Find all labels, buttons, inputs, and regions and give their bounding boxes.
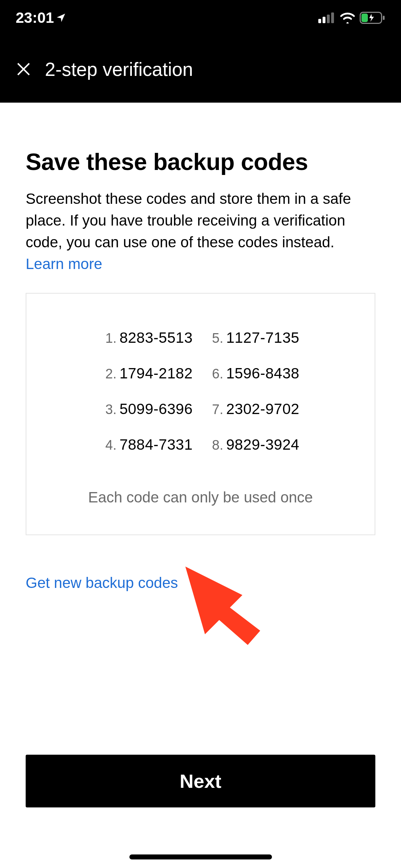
code-index: 1.	[102, 331, 117, 346]
close-button[interactable]	[11, 56, 36, 82]
location-icon	[56, 13, 66, 23]
svg-rect-6	[361, 14, 368, 22]
code-index: 3.	[102, 402, 117, 417]
code-value: 9829-3924	[226, 436, 299, 453]
codes-column-right: 5.1127-7135 6.1596-8438 7.2302-9702 8.98…	[209, 329, 299, 453]
svg-rect-1	[323, 17, 325, 23]
code-index: 2.	[102, 366, 117, 382]
code-index: 6.	[209, 366, 223, 382]
status-bar: 23:01	[0, 0, 401, 36]
status-time-group: 23:01	[16, 9, 66, 26]
learn-more-link[interactable]: Learn more	[26, 255, 102, 272]
svg-rect-3	[331, 12, 334, 23]
code-index: 4.	[102, 438, 117, 453]
backup-code-item: 5.1127-7135	[209, 329, 299, 346]
page-description: Screenshot these codes and store them in…	[26, 188, 375, 275]
code-value: 1596-8438	[226, 365, 299, 382]
codes-column-left: 1.8283-5513 2.1794-2182 3.5099-6396 4.78…	[102, 329, 192, 453]
nav-bar: 2-step verification	[0, 36, 401, 103]
svg-rect-0	[318, 19, 321, 23]
backup-code-item: 4.7884-7331	[102, 436, 192, 453]
svg-rect-5	[383, 16, 385, 20]
backup-code-item: 3.5099-6396	[102, 401, 192, 418]
description-text: Screenshot these codes and store them in…	[26, 190, 351, 250]
status-time: 23:01	[16, 9, 54, 26]
next-button[interactable]: Next	[26, 755, 375, 807]
wifi-icon	[340, 12, 355, 24]
code-value: 5099-6396	[119, 401, 192, 418]
code-index: 5.	[209, 331, 223, 346]
code-value: 1794-2182	[119, 365, 192, 382]
battery-charging-icon	[360, 12, 385, 24]
content-area: Save these backup codes Screenshot these…	[0, 103, 401, 591]
code-value: 2302-9702	[226, 401, 299, 418]
backup-code-item: 6.1596-8438	[209, 365, 299, 382]
home-indicator[interactable]	[129, 854, 272, 859]
get-new-backup-codes-link[interactable]: Get new backup codes	[26, 574, 178, 591]
svg-rect-2	[327, 15, 330, 23]
code-value: 8283-5513	[119, 329, 192, 346]
backup-codes-box: 1.8283-5513 2.1794-2182 3.5099-6396 4.78…	[26, 293, 375, 535]
nav-title: 2-step verification	[45, 58, 193, 80]
close-icon	[16, 61, 31, 77]
code-value: 1127-7135	[226, 329, 299, 346]
status-icons	[318, 12, 385, 24]
cellular-signal-icon	[318, 12, 335, 23]
backup-code-item: 2.1794-2182	[102, 365, 192, 382]
next-button-label: Next	[180, 770, 221, 792]
code-index: 7.	[209, 402, 223, 417]
codes-usage-note: Each code can only be used once	[41, 489, 360, 506]
backup-code-item: 8.9829-3924	[209, 436, 299, 453]
code-index: 8.	[209, 438, 223, 453]
page-headline: Save these backup codes	[26, 148, 375, 175]
backup-codes-grid: 1.8283-5513 2.1794-2182 3.5099-6396 4.78…	[41, 329, 360, 453]
backup-code-item: 7.2302-9702	[209, 401, 299, 418]
backup-code-item: 1.8283-5513	[102, 329, 192, 346]
code-value: 7884-7331	[119, 436, 192, 453]
